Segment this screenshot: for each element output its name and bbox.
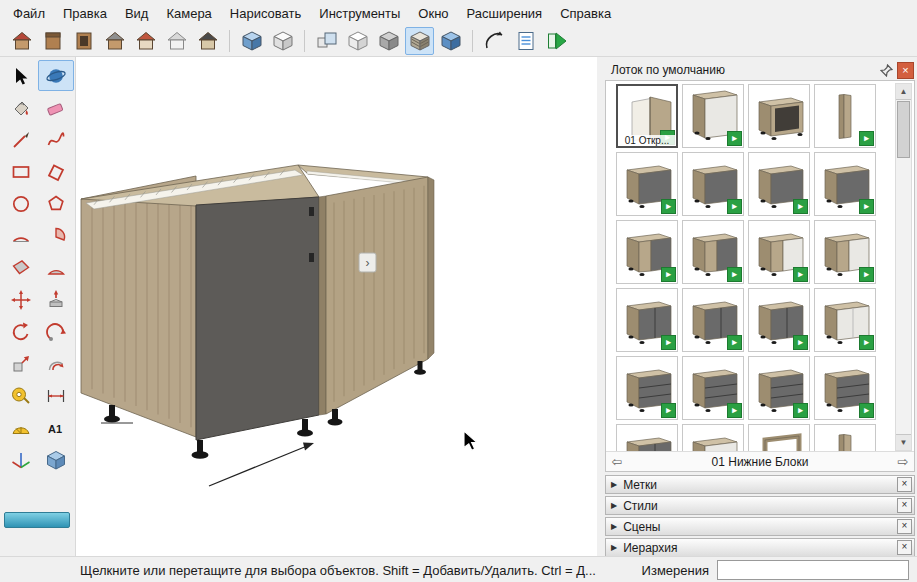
- text-tool[interactable]: A1: [38, 412, 74, 443]
- filled-plane-tool[interactable]: [3, 252, 39, 283]
- export-run-icon[interactable]: [542, 27, 571, 55]
- component-thumbnail-lite[interactable]: [682, 424, 744, 452]
- components-scrollbar[interactable]: ▲ ▼: [895, 83, 912, 451]
- report-list-icon[interactable]: [511, 27, 540, 55]
- circle-tool[interactable]: [3, 188, 39, 219]
- component-thumbnail-door[interactable]: ▸: [748, 288, 810, 352]
- component-thumbnail-corner[interactable]: ▸: [682, 220, 744, 284]
- cube-striped-icon[interactable]: [405, 27, 434, 55]
- model-viewport[interactable]: ›: [76, 57, 597, 556]
- measurements-input[interactable]: [717, 560, 909, 580]
- push-pull-tool[interactable]: [38, 284, 74, 315]
- panel-header-hierarchy[interactable]: ▶Иерархия×: [605, 538, 915, 557]
- component-thumbnail-base[interactable]: ▸: [748, 152, 810, 216]
- expand-icon[interactable]: ▶: [611, 522, 617, 531]
- house-dark-roof-icon[interactable]: [193, 27, 222, 55]
- collection-next-icon[interactable]: ⇨: [892, 454, 914, 469]
- eraser-tool[interactable]: [38, 92, 74, 123]
- house-red-roof-icon[interactable]: [7, 27, 36, 55]
- panel-header-tags[interactable]: ▶Метки×: [605, 475, 915, 494]
- menu-item-extensions[interactable]: Расширения: [458, 2, 552, 25]
- orbit-tool[interactable]: [38, 60, 74, 91]
- dimension-tool[interactable]: [38, 380, 74, 411]
- scroll-thumb[interactable]: [897, 101, 910, 158]
- select-lasso-icon[interactable]: [480, 27, 509, 55]
- component-blue-icon[interactable]: [237, 27, 266, 55]
- component-thumbnail-drawers[interactable]: ▸: [682, 356, 744, 420]
- component-thumbnail-base[interactable]: ▸: [682, 152, 744, 216]
- component-thumbnail-door[interactable]: ▸: [616, 288, 678, 352]
- scale-tool[interactable]: [3, 348, 39, 379]
- menu-item-file[interactable]: Файл: [4, 2, 54, 25]
- menu-item-view[interactable]: Вид: [116, 2, 158, 25]
- scroll-down-button[interactable]: ▼: [896, 434, 911, 450]
- cabinet-closed-icon[interactable]: [38, 27, 67, 55]
- cabinet-right-panel[interactable]: [326, 177, 428, 414]
- model-canvas[interactable]: ›: [76, 57, 597, 556]
- component-thumbnail-panel[interactable]: [814, 424, 876, 452]
- panel-close-button[interactable]: ×: [897, 498, 912, 513]
- expand-icon[interactable]: ▶: [611, 501, 617, 510]
- menu-item-draw[interactable]: Нарисовать: [221, 2, 310, 25]
- component-thumbnail-corner[interactable]: ▸: [616, 220, 678, 284]
- filled-arc-tool[interactable]: [38, 252, 74, 283]
- panel-close-button[interactable]: ×: [897, 477, 912, 492]
- pie-tool[interactable]: [38, 220, 74, 251]
- component-thumbnail-door[interactable]: ▸: [682, 288, 744, 352]
- cube-gray-icon[interactable]: [374, 27, 403, 55]
- component-thumbnail-drawers[interactable]: ▸: [748, 356, 810, 420]
- arc-tool[interactable]: [3, 220, 39, 251]
- expand-icon[interactable]: ▶: [611, 543, 617, 552]
- cabinet-open-icon[interactable]: [69, 27, 98, 55]
- box-3d-tool[interactable]: [38, 444, 74, 475]
- tape-measure-tool[interactable]: [3, 380, 39, 411]
- offset-tool[interactable]: [38, 348, 74, 379]
- component-thumbnail-cornerlite[interactable]: ▸: [814, 220, 876, 284]
- menu-item-camera[interactable]: Камера: [157, 2, 220, 25]
- menu-item-edit[interactable]: Правка: [54, 2, 116, 25]
- component-thumbnail-tall[interactable]: ▸: [682, 84, 744, 148]
- follow-me-tool[interactable]: [38, 316, 74, 347]
- cube-blue-icon[interactable]: [436, 27, 465, 55]
- component-white-icon[interactable]: [268, 27, 297, 55]
- line-tool[interactable]: [3, 124, 39, 155]
- polygon-tool[interactable]: [38, 188, 74, 219]
- house-gray-roof-icon[interactable]: [100, 27, 129, 55]
- component-thumbnail-drawers[interactable]: ▸: [814, 356, 876, 420]
- cube-white-icon[interactable]: [343, 27, 372, 55]
- tray-close-button[interactable]: ×: [897, 62, 914, 79]
- cabinet-door[interactable]: [196, 197, 319, 440]
- panel-header-scenes[interactable]: ▶Сцены×: [605, 517, 915, 536]
- scroll-up-button[interactable]: ▲: [896, 84, 911, 100]
- panel-close-button[interactable]: ×: [897, 540, 912, 555]
- rectangle-tool[interactable]: [3, 156, 39, 187]
- component-thumbnail-openbox[interactable]: [748, 84, 810, 148]
- component-option-badge[interactable]: ›: [359, 253, 376, 272]
- axes-tool[interactable]: [3, 444, 39, 475]
- house-terracotta-icon[interactable]: [131, 27, 160, 55]
- panel-close-button[interactable]: ×: [897, 519, 912, 534]
- component-thumbnail-door[interactable]: [616, 424, 678, 452]
- house-light-icon[interactable]: [162, 27, 191, 55]
- collection-prev-icon[interactable]: ⇦: [606, 454, 628, 469]
- tools-overflow-bar[interactable]: [4, 512, 70, 528]
- move-tool[interactable]: [3, 284, 39, 315]
- protractor-tool[interactable]: [3, 412, 39, 443]
- menu-item-window[interactable]: Окно: [409, 2, 457, 25]
- menu-item-help[interactable]: Справка: [551, 2, 620, 25]
- component-thumbnail-drawers[interactable]: ▸: [616, 356, 678, 420]
- pin-icon[interactable]: [878, 62, 894, 78]
- component-thumbnail-frame[interactable]: [748, 424, 810, 452]
- cabinet-left-panel[interactable]: [81, 176, 196, 437]
- freehand-tool[interactable]: [38, 124, 74, 155]
- menu-item-tools[interactable]: Инструменты: [310, 2, 409, 25]
- component-thumbnail-panel[interactable]: ▸: [814, 84, 876, 148]
- rotated-rectangle-tool[interactable]: [38, 156, 74, 187]
- component-thumbnail-folder[interactable]: ▸01 Откр...: [616, 84, 678, 148]
- panel-header-styles[interactable]: ▶Стили×: [605, 496, 915, 515]
- component-thumbnail-doorlite[interactable]: ▸: [814, 288, 876, 352]
- component-thumbnail-cornerlite[interactable]: ▸: [748, 220, 810, 284]
- select-tool[interactable]: [3, 60, 39, 91]
- component-thumbnail-base[interactable]: ▸: [814, 152, 876, 216]
- paint-bucket-tool[interactable]: [3, 92, 39, 123]
